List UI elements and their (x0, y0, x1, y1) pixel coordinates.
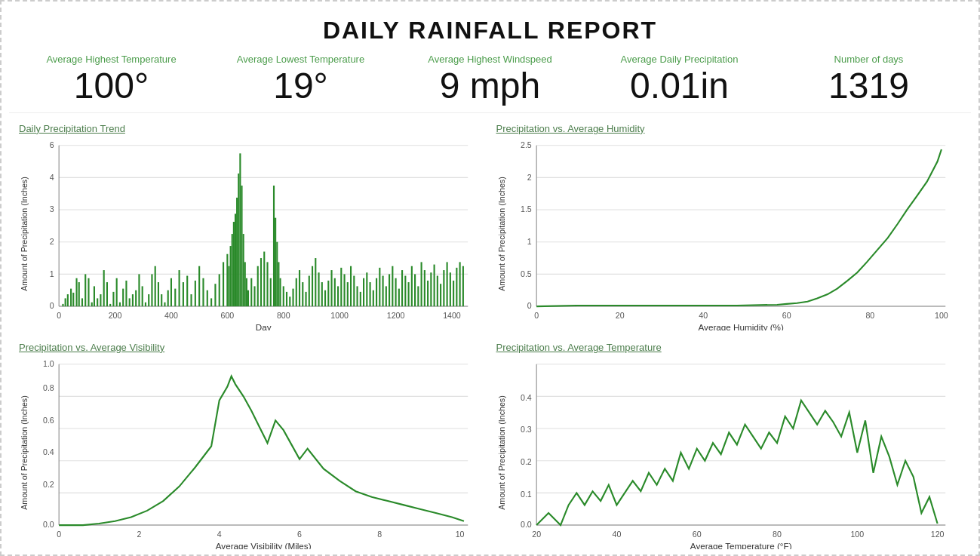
svg-text:20: 20 (615, 311, 624, 320)
stat-label-0: Average Highest Temperature (17, 54, 206, 65)
svg-text:Day: Day (256, 322, 272, 330)
svg-text:20: 20 (532, 530, 541, 539)
svg-text:60: 60 (782, 311, 791, 320)
svg-text:Average Humidity (%): Average Humidity (%) (698, 322, 783, 330)
svg-text:0: 0 (534, 311, 539, 320)
stat-avg-low-temp: Average Lowest Temperature 19° (206, 54, 395, 106)
svg-text:200: 200 (109, 311, 122, 320)
svg-text:2.5: 2.5 (521, 140, 532, 149)
stat-value-1: 19° (206, 66, 395, 106)
svg-text:0: 0 (527, 301, 531, 310)
svg-text:0.5: 0.5 (521, 269, 532, 278)
svg-text:400: 400 (164, 311, 178, 320)
stat-num-days: Number of days 1319 (774, 54, 963, 106)
svg-text:1: 1 (527, 237, 531, 246)
svg-text:Amount of Precipitation (Inche: Amount of Precipitation (Inches) (496, 177, 505, 290)
page-title: DAILY RAINFALL REPORT (9, 9, 971, 51)
chart-precip-vs-visibility: Precipitation vs. Average Visibility 0.0… (13, 336, 490, 554)
svg-text:1.0: 1.0 (43, 359, 54, 368)
svg-text:6: 6 (297, 530, 302, 539)
svg-text:0: 0 (57, 311, 61, 320)
svg-text:1.5: 1.5 (521, 204, 532, 213)
svg-text:1200: 1200 (387, 311, 405, 320)
svg-text:1000: 1000 (330, 311, 349, 320)
svg-text:0.0: 0.0 (43, 520, 54, 529)
chart-title-0: Daily Precipitation Trend (19, 123, 484, 134)
chart-precip-vs-humidity: Precipitation vs. Average Humidity 0 0.5… (490, 117, 968, 336)
svg-text:100: 100 (935, 311, 948, 320)
svg-text:80: 80 (865, 311, 874, 320)
svg-text:0.0: 0.0 (521, 520, 532, 529)
stat-avg-precip: Average Daily Precipitation 0.01in (585, 54, 774, 106)
svg-text:8: 8 (377, 530, 382, 539)
svg-text:1: 1 (50, 269, 54, 278)
svg-text:2: 2 (50, 237, 54, 246)
stat-value-3: 0.01in (585, 66, 774, 106)
svg-text:120: 120 (930, 530, 944, 539)
stats-row: Average Highest Temperature 100° Average… (9, 51, 971, 113)
chart-precip-vs-temperature: Precipitation vs. Average Temperature 0.… (490, 336, 968, 554)
stat-value-4: 1319 (774, 66, 963, 106)
chart-title-3: Precipitation vs. Average Temperature (496, 342, 962, 353)
svg-text:0.4: 0.4 (43, 447, 54, 456)
svg-text:10: 10 (456, 530, 465, 539)
stat-value-2: 9 mph (395, 66, 585, 106)
svg-text:Amount of Precipitation (Inche: Amount of Precipitation (Inches) (20, 395, 29, 509)
svg-text:600: 600 (221, 311, 235, 320)
svg-text:0.1: 0.1 (521, 490, 532, 499)
svg-text:60: 60 (692, 530, 701, 539)
svg-text:100: 100 (850, 530, 864, 539)
svg-text:800: 800 (277, 311, 290, 320)
stat-label-3: Average Daily Precipitation (585, 54, 774, 65)
svg-text:40: 40 (612, 530, 621, 539)
stat-value-0: 100° (17, 66, 206, 106)
svg-text:0.8: 0.8 (43, 383, 54, 392)
svg-text:0.3: 0.3 (521, 425, 532, 434)
chart-title-1: Precipitation vs. Average Humidity (496, 123, 962, 134)
chart-title-2: Precipitation vs. Average Visibility (19, 342, 484, 353)
svg-text:2: 2 (137, 530, 141, 539)
stat-label-1: Average Lowest Temperature (206, 54, 395, 65)
charts-grid: Daily Precipitation Trend 0 1 2 3 4 6 (9, 113, 971, 536)
svg-text:0.4: 0.4 (521, 393, 532, 402)
svg-text:Amount of Precipitation (Inche: Amount of Precipitation (Inches) (496, 395, 505, 509)
svg-text:1400: 1400 (443, 311, 461, 320)
chart-daily-precip-trend: Daily Precipitation Trend 0 1 2 3 4 6 (13, 117, 490, 336)
svg-text:3: 3 (50, 204, 54, 213)
svg-text:Average Temperature (°F): Average Temperature (°F) (690, 541, 791, 549)
svg-text:Average Visibility (Miles): Average Visibility (Miles) (216, 541, 312, 549)
svg-text:4: 4 (217, 530, 222, 539)
svg-text:0.2: 0.2 (43, 480, 54, 489)
svg-text:80: 80 (773, 530, 782, 539)
stat-avg-windspeed: Average Highest Windspeed 9 mph (395, 54, 585, 106)
stat-label-2: Average Highest Windspeed (395, 54, 585, 65)
svg-text:0: 0 (50, 301, 54, 310)
svg-text:0: 0 (57, 530, 61, 539)
stat-avg-high-temp: Average Highest Temperature 100° (17, 54, 206, 106)
svg-text:6: 6 (50, 140, 54, 149)
svg-text:4: 4 (50, 172, 54, 181)
svg-text:2: 2 (527, 172, 531, 181)
svg-text:0.2: 0.2 (521, 457, 532, 466)
svg-text:Amount of Precipitation (Inche: Amount of Precipitation (Inches) (20, 177, 29, 290)
svg-text:40: 40 (699, 311, 708, 320)
svg-text:0.6: 0.6 (43, 415, 54, 424)
stat-label-4: Number of days (774, 54, 963, 65)
